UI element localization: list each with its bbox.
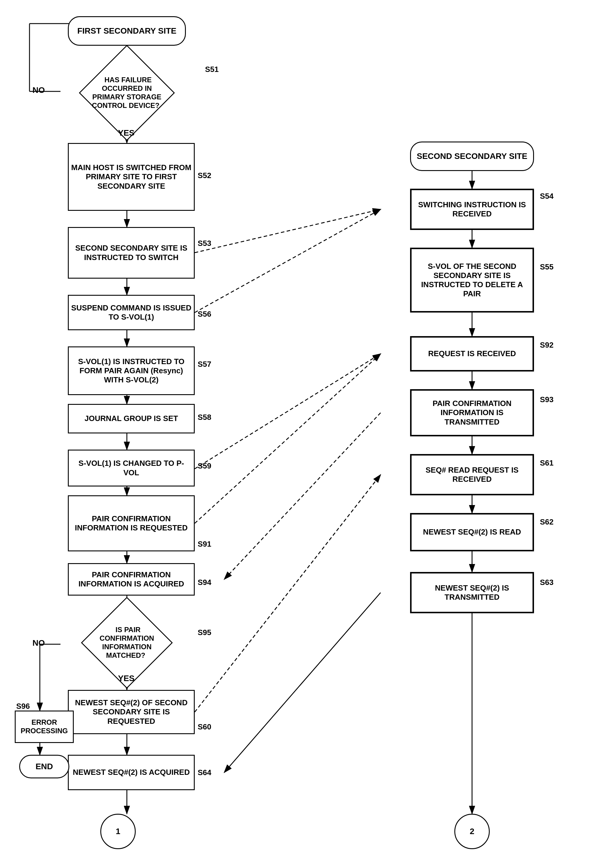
- svg-line-31: [195, 354, 381, 469]
- no-label-failure: NO: [33, 85, 45, 95]
- request-received-shape: REQUEST IS RECEIVED: [410, 336, 534, 372]
- label-s96: S96: [16, 702, 30, 711]
- label-s61: S61: [540, 459, 553, 468]
- label-s56: S56: [197, 310, 211, 319]
- pair-confirmation-requested-shape: PAIR CONFIRMATION INFORMATION IS REQUEST…: [68, 495, 195, 551]
- circle-2-shape: 2: [454, 814, 490, 849]
- is-pair-matched-text: IS PAIR CONFIRMATION INFORMATION MATCHED…: [86, 626, 168, 660]
- svg-line-32: [195, 354, 381, 523]
- suspend-command-shape: SUSPEND COMMAND IS ISSUED TO S-VOL(1): [68, 295, 195, 330]
- end-shape: END: [19, 755, 69, 778]
- label-s91: S91: [197, 539, 211, 549]
- label-s53: S53: [197, 239, 211, 248]
- is-pair-matched-container: IS PAIR CONFIRMATION INFORMATION MATCHED…: [50, 610, 204, 675]
- error-processing-shape: ERROR PROCESSING: [15, 711, 74, 743]
- no-label-pair: NO: [33, 638, 45, 648]
- label-s62: S62: [540, 518, 553, 527]
- label-s60: S60: [197, 722, 211, 732]
- label-s94: S94: [197, 578, 211, 587]
- label-s54: S54: [540, 192, 553, 201]
- seq-read-request-shape: SEQ# READ REQUEST IS RECEIVED: [410, 454, 534, 495]
- first-secondary-site-label: FIRST SECONDARY SITE: [75, 23, 179, 38]
- label-s64: S64: [197, 768, 211, 777]
- circle-1-shape: 1: [100, 814, 136, 849]
- pair-confirmation-transmitted-shape: PAIR CONFIRMATION INFORMATION IS TRANSMI…: [410, 389, 534, 436]
- label-s55: S55: [540, 262, 553, 271]
- second-secondary-instructed-shape: SECOND SECONDARY SITE IS INSTRUCTED TO S…: [68, 227, 195, 279]
- has-failure-diamond-container: HAS FAILURE OCCURRED IN PRIMARY STORAGE …: [50, 59, 204, 127]
- svg-line-29: [195, 209, 381, 253]
- label-s59: S59: [197, 462, 211, 471]
- svol1-pair-again-shape: S-VOL(1) IS INSTRUCTED TO FORM PAIR AGAI…: [68, 346, 195, 395]
- label-s58: S58: [197, 413, 211, 422]
- svg-line-33: [224, 413, 381, 579]
- svg-line-34: [195, 475, 381, 712]
- second-secondary-site-shape: SECOND SECONDARY SITE: [410, 141, 534, 171]
- first-secondary-site-shape: FIRST SECONDARY SITE: [68, 16, 186, 46]
- diagram: FIRST SECONDARY SITE HAS FAILURE OCCURRE…: [0, 0, 611, 868]
- svol-delete-pair-shape: S-VOL OF THE SECOND SECONDARY SITE IS IN…: [410, 248, 534, 313]
- label-s51: S51: [205, 65, 219, 74]
- svg-line-30: [195, 209, 381, 313]
- newest-seq2-acquired-shape: NEWEST SEQ#(2) IS ACQUIRED: [68, 755, 195, 790]
- newest-seq2-transmitted-shape: NEWEST SEQ#(2) IS TRANSMITTED: [410, 572, 534, 613]
- label-s95: S95: [197, 628, 211, 637]
- svol1-changed-shape: S-VOL(1) IS CHANGED TO P-VOL: [68, 450, 195, 487]
- main-host-switched-shape: MAIN HOST IS SWITCHED FROM PRIMARY SITE …: [68, 143, 195, 211]
- label-s52: S52: [197, 171, 211, 180]
- label-s93: S93: [540, 395, 553, 404]
- has-failure-text: HAS FAILURE OCCURRED IN PRIMARY STORAGE …: [92, 76, 162, 110]
- svg-line-35: [224, 593, 381, 772]
- journal-group-set-shape: JOURNAL GROUP IS SET: [68, 404, 195, 433]
- newest-seq2-requested-shape: NEWEST SEQ#(2) OF SECOND SECONDARY SITE …: [68, 690, 195, 734]
- label-s63: S63: [540, 578, 553, 587]
- label-s92: S92: [540, 341, 553, 350]
- switching-instruction-shape: SWITCHING INSTRUCTION IS RECEIVED: [410, 189, 534, 230]
- label-s57: S57: [197, 360, 211, 369]
- yes-label-failure: YES: [118, 128, 135, 138]
- newest-seq2-read-shape: NEWEST SEQ#(2) IS READ: [410, 513, 534, 551]
- yes-label-pair: YES: [118, 674, 135, 683]
- pair-confirmation-acquired-shape: PAIR CONFIRMATION INFORMATION IS ACQUIRE…: [68, 563, 195, 595]
